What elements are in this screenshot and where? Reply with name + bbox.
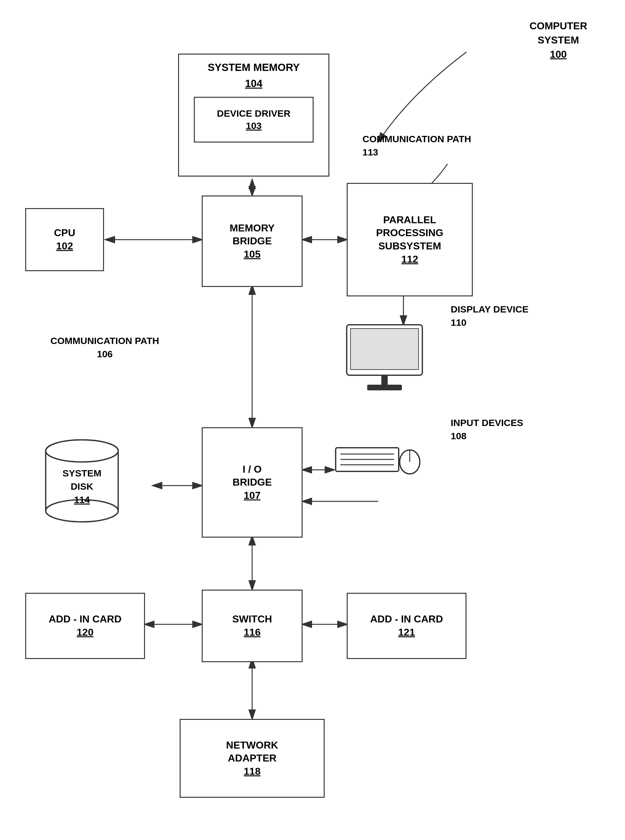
monitor-icon — [344, 322, 432, 394]
add-in-card-121-label: ADD - IN CARD — [370, 613, 443, 626]
communication-path-106-label: COMMUNICATION PATH 106 — [50, 334, 159, 361]
parallel-processing-label: PARALLEL PROCESSING SUBSYSTEM — [376, 213, 443, 253]
system-disk-label: SYSTEM DISK 114 — [41, 467, 123, 506]
memory-bridge-box: MEMORY BRIDGE 105 — [202, 196, 303, 287]
parallel-processing-number: 112 — [401, 253, 418, 266]
memory-bridge-number: 105 — [244, 248, 260, 261]
svg-rect-18 — [381, 376, 388, 385]
add-in-card-121-number: 121 — [398, 626, 415, 639]
network-adapter-number: 118 — [244, 765, 260, 778]
svg-point-31 — [46, 440, 118, 462]
switch-label: SWITCH — [232, 613, 272, 626]
computer-system-label: COMPUTER SYSTEM 100 — [530, 19, 587, 61]
network-adapter-label: NETWORK ADAPTER — [226, 739, 278, 765]
add-in-card-120-label: ADD - IN CARD — [48, 613, 121, 626]
parallel-processing-box: PARALLEL PROCESSING SUBSYSTEM 112 — [347, 183, 473, 296]
system-memory-box: SYSTEM MEMORY 104 DEVICE DRIVER 103 — [178, 54, 330, 177]
cpu-box: CPU 102 — [25, 208, 104, 271]
io-bridge-number: 107 — [244, 489, 260, 502]
keyboard-icon — [334, 445, 422, 476]
input-devices-label: INPUT DEVICES 108 — [451, 416, 523, 443]
svg-rect-19 — [367, 385, 402, 390]
cpu-number: 102 — [56, 240, 73, 253]
display-device-label: DISPLAY DEVICE 110 — [451, 303, 529, 329]
device-driver-number: 103 — [246, 120, 261, 132]
add-in-card-120-number: 120 — [76, 626, 93, 639]
network-adapter-box: NETWORK ADAPTER 118 — [180, 719, 325, 798]
diagram-container: COMPUTER SYSTEM 100 SYSTEM MEMORY 104 DE… — [0, 0, 625, 840]
io-bridge-label: I / O BRIDGE — [233, 463, 272, 489]
system-memory-number: 104 — [245, 77, 262, 90]
communication-path-113-label: COMMUNICATION PATH 113 — [362, 132, 471, 159]
system-memory-label: SYSTEM MEMORY — [208, 61, 300, 75]
device-driver-label: DEVICE DRIVER — [217, 107, 290, 120]
svg-rect-17 — [350, 328, 418, 370]
add-in-card-121-box: ADD - IN CARD 121 — [347, 593, 466, 659]
memory-bridge-label: MEMORY BRIDGE — [230, 222, 275, 248]
switch-box: SWITCH 116 — [202, 590, 303, 662]
io-bridge-box: I / O BRIDGE 107 — [202, 427, 303, 538]
switch-number: 116 — [244, 626, 260, 639]
cpu-label: CPU — [54, 226, 75, 240]
add-in-card-120-box: ADD - IN CARD 120 — [25, 593, 145, 659]
device-driver-box: DEVICE DRIVER 103 — [194, 97, 314, 143]
